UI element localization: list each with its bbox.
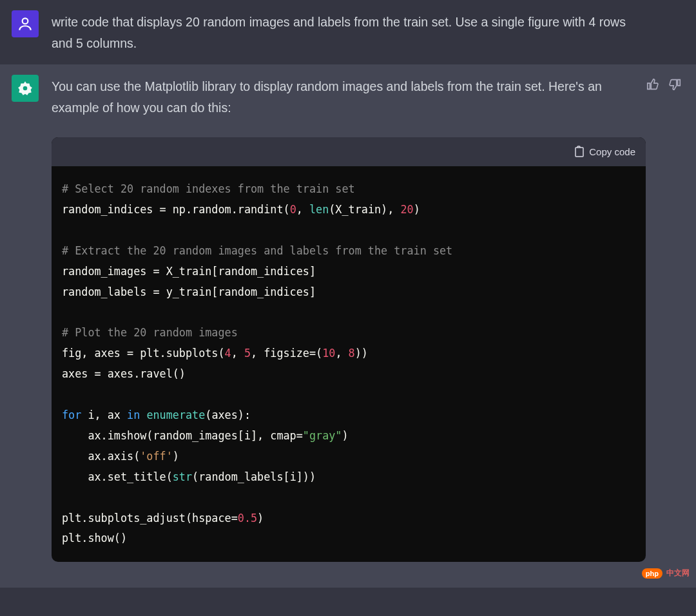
watermark-text: 中文网 — [666, 568, 690, 579]
thumbs-down-icon — [668, 77, 682, 91]
user-message: write code that displays 20 random image… — [0, 0, 696, 64]
copy-code-button[interactable]: Copy code — [574, 144, 635, 160]
watermark: php 中文网 — [642, 568, 690, 579]
assistant-avatar — [12, 75, 39, 102]
feedback-buttons — [646, 77, 682, 91]
user-icon — [17, 15, 34, 32]
user-avatar — [12, 10, 39, 37]
code-header: Copy code — [52, 137, 646, 167]
assistant-intro-text: You can use the Matplotlib library to di… — [52, 76, 646, 119]
svg-rect-2 — [575, 148, 583, 157]
thumbs-down-button[interactable] — [668, 77, 682, 91]
openai-icon — [17, 80, 34, 97]
clipboard-icon — [574, 146, 584, 157]
code-content: # Select 20 random indexes from the trai… — [52, 166, 646, 562]
watermark-logo: php — [642, 568, 662, 579]
svg-point-0 — [23, 18, 28, 24]
user-message-text: write code that displays 20 random image… — [52, 10, 684, 54]
copy-code-label: Copy code — [589, 144, 635, 160]
code-block: Copy code # Select 20 random indexes fro… — [52, 137, 646, 563]
svg-point-1 — [23, 86, 28, 91]
assistant-message: You can use the Matplotlib library to di… — [0, 64, 696, 588]
assistant-message-content: You can use the Matplotlib library to di… — [52, 75, 684, 562]
thumbs-up-button[interactable] — [646, 77, 660, 91]
thumbs-up-icon — [646, 77, 660, 91]
